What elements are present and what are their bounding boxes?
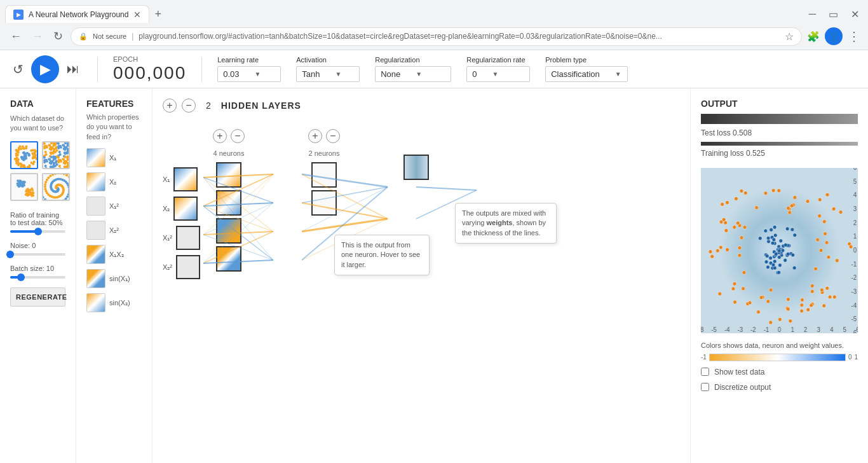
- layer-1-neuron-2[interactable]: [216, 190, 241, 216]
- epoch-section: Epoch 000,000: [113, 55, 186, 83]
- feature-sinx1-thumb: [86, 269, 105, 288]
- restore-button[interactable]: ▭: [825, 7, 842, 22]
- reg-rate-group: Regularization rate 0 ▼: [466, 56, 530, 82]
- layer-1-neuron-4[interactable]: [216, 246, 241, 272]
- hidden-layers-label: HIDDEN LAYERS: [221, 100, 301, 111]
- input-x1-node[interactable]: [173, 167, 198, 191]
- url-text: playground.tensorflow.org/#activation=ta…: [139, 32, 780, 41]
- test-loss-value: 0.508: [733, 128, 752, 137]
- feature-x1[interactable]: X₁: [86, 148, 142, 167]
- input-x2: X₂: [163, 197, 200, 221]
- tooltip-neuron-output: This is the output from one neuron. Hove…: [334, 235, 430, 275]
- activation-select[interactable]: Tanh ▼: [296, 66, 360, 82]
- feature-sinx1[interactable]: sin(X₁): [86, 269, 142, 288]
- layer-1-neuron-1[interactable]: [216, 162, 241, 188]
- layer-1-controls: + −: [213, 129, 245, 143]
- feature-x1x2[interactable]: X₁X₂: [86, 245, 142, 264]
- feature-sinx2-label: sin(X₂): [109, 299, 130, 307]
- show-test-data-row: Show test data: [701, 368, 858, 377]
- learning-rate-label: Learning rate: [217, 56, 281, 64]
- learning-rate-arrow: ▼: [255, 71, 261, 78]
- layer-1-count: 4 neurons: [214, 149, 245, 157]
- network-area: + − 2 HIDDEN LAYERS X₁: [153, 88, 690, 463]
- test-loss-label: Test loss: [701, 128, 731, 137]
- show-test-data-checkbox[interactable]: [701, 368, 709, 376]
- play-button[interactable]: ▶: [31, 55, 59, 83]
- learning-rate-select[interactable]: 0.03 ▼: [217, 66, 281, 82]
- toolbar-separator-1: [97, 57, 98, 82]
- learning-rate-group: Learning rate 0.03 ▼: [217, 56, 281, 82]
- problem-type-group: Problem type Classification ▼: [545, 56, 628, 82]
- reg-rate-select[interactable]: 0 ▼: [466, 66, 530, 82]
- layers-layout: X₁ X₂ X₁² X₂²: [163, 120, 680, 279]
- active-tab[interactable]: ▶ A Neural Network Playground ✕: [5, 5, 149, 23]
- layer-1-neuron-3[interactable]: [216, 218, 241, 244]
- reg-rate-arrow: ▼: [492, 71, 498, 78]
- color-legend-label: Colors shows data, neuron and weight val…: [701, 341, 858, 350]
- layer-2-column: + − 2 neurons: [308, 127, 340, 216]
- output-node[interactable]: [403, 155, 429, 180]
- feature-x1-thumb: [86, 148, 105, 167]
- discretize-output-row: Discretize output: [701, 383, 858, 392]
- problem-type-value: Classification: [551, 69, 600, 79]
- bookmark-button[interactable]: ☆: [785, 31, 794, 43]
- chrome-menu-button[interactable]: ⋮: [848, 29, 860, 44]
- feature-x2sq[interactable]: X₂²: [86, 221, 142, 240]
- tab-close-btn[interactable]: ✕: [133, 10, 141, 20]
- activation-label: Activation: [296, 56, 360, 64]
- problem-type-select[interactable]: Classification ▼: [545, 66, 628, 82]
- input-x2-node[interactable]: [173, 197, 198, 221]
- feature-x1sq[interactable]: X₁²: [86, 197, 142, 216]
- input-x2sq-node[interactable]: [176, 255, 200, 279]
- regularization-label: Regularization: [375, 56, 451, 64]
- problem-type-arrow: ▼: [615, 71, 621, 78]
- tab-title: A Neural Network Playground: [29, 10, 128, 19]
- feature-x2sq-label: X₂²: [109, 226, 119, 235]
- dataset-xor[interactable]: [42, 141, 70, 169]
- noise-slider[interactable]: [10, 253, 65, 256]
- extensions-icon: 🧩: [807, 31, 820, 43]
- dataset-gaussian[interactable]: [10, 173, 38, 201]
- batch-slider[interactable]: [10, 276, 65, 279]
- discretize-output-checkbox[interactable]: [701, 383, 709, 391]
- show-test-data-label[interactable]: Show test data: [714, 368, 764, 377]
- layer-2-neuron-1[interactable]: [311, 162, 337, 188]
- tab-bar: ▶ A Neural Network Playground ✕ + ─ ▭ ✕: [0, 0, 868, 23]
- back-button[interactable]: ←: [8, 27, 24, 46]
- reset-button[interactable]: ↺: [10, 59, 26, 79]
- minimize-button[interactable]: ─: [805, 7, 820, 22]
- data-panel-subtitle: Which dataset do you want to use?: [10, 114, 65, 134]
- url-bar[interactable]: 🔒 Not secure | playground.tensorflow.org…: [71, 27, 802, 46]
- feature-sinx2[interactable]: sin(X₂): [86, 293, 142, 312]
- forward-button[interactable]: →: [29, 27, 46, 46]
- profile-avatar[interactable]: 👤: [825, 27, 843, 45]
- layer-2-add-neuron[interactable]: +: [308, 129, 322, 143]
- regenerate-button[interactable]: REGENERATE: [10, 287, 65, 307]
- discretize-output-label[interactable]: Discretize output: [714, 383, 771, 392]
- epoch-label: Epoch: [113, 55, 186, 63]
- batch-slider-section: Batch size: 10: [10, 265, 65, 279]
- ratio-slider[interactable]: [10, 230, 65, 233]
- refresh-button[interactable]: ↻: [51, 27, 65, 46]
- batch-label: Batch size: 10: [10, 265, 65, 272]
- reg-rate-label: Regularization rate: [466, 56, 530, 64]
- add-layer-button[interactable]: +: [163, 99, 177, 113]
- layer-2-remove-neuron[interactable]: −: [326, 129, 340, 143]
- new-tab-button[interactable]: +: [154, 8, 161, 21]
- dataset-spiral[interactable]: [42, 173, 70, 201]
- input-x1sq: X₁²: [163, 226, 200, 250]
- features-title: FEATURES: [86, 99, 142, 109]
- learning-rate-value: 0.03: [223, 69, 239, 79]
- remove-layer-button[interactable]: −: [182, 99, 196, 113]
- step-button[interactable]: ⏭: [64, 59, 82, 79]
- output-node-column: [403, 127, 429, 180]
- regularization-select[interactable]: None ▼: [375, 66, 451, 82]
- close-button[interactable]: ✕: [847, 7, 863, 22]
- dataset-circle[interactable]: [10, 141, 38, 169]
- input-x1sq-node[interactable]: [176, 226, 200, 250]
- layer-1-remove-neuron[interactable]: −: [231, 129, 245, 143]
- features-panel: FEATURES Which properties do you want to…: [76, 88, 153, 463]
- layer-1-add-neuron[interactable]: +: [213, 129, 227, 143]
- feature-x2[interactable]: X₂: [86, 172, 142, 191]
- layer-2-neuron-2[interactable]: [311, 190, 337, 216]
